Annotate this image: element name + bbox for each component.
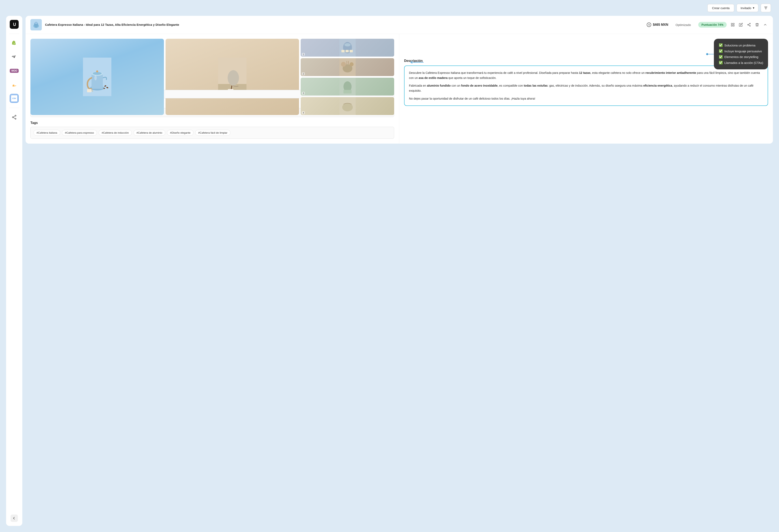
tag-item[interactable]: #Cafetera para espresso [62, 130, 97, 136]
product-image-4[interactable]: 2 [301, 58, 394, 76]
product-header: Cafetera Expresso Italiana - Ideal para … [25, 16, 773, 34]
tooltip-item-2: ✅ Incluye lenguaje persuasivo [719, 48, 763, 54]
crear-cuenta-button[interactable]: Crear cuenta [707, 4, 734, 12]
tag-item[interactable]: #Cafetera italiana [34, 130, 60, 136]
product-image-5[interactable]: 3 [301, 78, 394, 96]
svg-point-30 [96, 70, 98, 72]
check-icon-2: ✅ [719, 48, 723, 54]
sidebar-item-amazon[interactable]: a [10, 80, 19, 89]
product-thumbnail [31, 19, 42, 31]
sidebar-collapse-button[interactable] [10, 515, 18, 522]
left-panel: 1 [25, 34, 399, 143]
invitado-button[interactable]: Invitado ▾ [737, 4, 758, 12]
svg-line-10 [13, 116, 15, 117]
invitado-label: Invitado [740, 6, 751, 10]
edit-button[interactable] [738, 22, 744, 27]
chevron-down-icon: ▾ [753, 6, 755, 10]
svg-point-49 [350, 62, 354, 66]
tooltip-item-3: ✅ Elementos de storytelling [719, 54, 763, 60]
product-title-area: Cafetera Expresso Italiana - Ideal para … [45, 23, 644, 26]
product-title: Cafetera Expresso Italiana - Ideal para … [45, 23, 179, 26]
sidebar-divider [9, 34, 19, 34]
tag-item[interactable]: #Diseño elegante [167, 130, 193, 136]
filter-icon [764, 6, 768, 10]
csv-icon: CSV [10, 95, 18, 102]
tags-container: #Cafetera italiana #Cafetera para espres… [31, 127, 394, 139]
svg-text:ᑌ: ᑌ [13, 22, 16, 27]
desc-label: Descripción [404, 59, 768, 63]
product-image-3[interactable]: 1 [301, 39, 394, 57]
product-price: $465 MXN [653, 23, 668, 26]
svg-point-5 [14, 57, 14, 58]
image-number-2: 2 [302, 72, 305, 75]
check-icon-3: ✅ [719, 54, 723, 60]
arrow-connector [409, 58, 426, 66]
desc-paragraph-3: No dejes pasar la oportunidad de disfrut… [409, 96, 763, 101]
images-grid-right: 1 [301, 39, 394, 115]
product-image-main[interactable] [31, 39, 164, 115]
desc-paragraph-1: Descubre la Cafetera Expresso Italiana q… [409, 70, 763, 80]
product-status: Optimizado [675, 23, 691, 26]
svg-rect-43 [342, 50, 345, 52]
desc-paragraph-2: Fabricada en aluminio fundido con un fon… [409, 83, 763, 93]
sidebar: ᑌ WOO a [6, 16, 22, 526]
tooltip-text-3: Elementos de storytelling [724, 54, 759, 60]
svg-line-24 [748, 25, 750, 26]
ai-tooltip-bubble: ✅ Soluciona un problema ✅ Incluye lengua… [714, 39, 768, 69]
image-number-1: 1 [302, 53, 305, 56]
tags-label: Tags [31, 121, 394, 125]
delete-button[interactable] [754, 22, 760, 27]
view-button[interactable] [730, 22, 735, 27]
svg-point-48 [341, 62, 346, 67]
product-image-6[interactable]: 4 [301, 97, 394, 115]
check-icon-1: ✅ [719, 42, 723, 48]
score-badge: Puntuación 74% [698, 22, 727, 27]
svg-rect-17 [733, 23, 734, 24]
sidebar-divider-2 [9, 108, 19, 108]
svg-point-54 [342, 103, 353, 111]
svg-rect-52 [344, 90, 352, 94]
sidebar-bottom [10, 515, 18, 522]
tag-item[interactable]: #Cafetera de inducción [99, 130, 132, 136]
sidebar-item-share[interactable] [10, 113, 19, 122]
product-price-area: $ $465 MXN [647, 22, 668, 27]
svg-rect-18 [731, 25, 732, 26]
tag-item[interactable]: #Cafetera de aluminio [133, 130, 165, 136]
collapse-header-button[interactable] [762, 22, 768, 27]
svg-point-31 [94, 75, 97, 80]
image-number-4: 4 [302, 111, 305, 114]
product-image-2[interactable] [166, 39, 299, 115]
svg-point-29 [93, 72, 102, 75]
price-currency-icon: $ [647, 22, 651, 27]
svg-rect-44 [346, 50, 349, 52]
check-icon-4: ✅ [719, 60, 723, 66]
sidebar-item-shopify[interactable] [10, 39, 19, 48]
main-layout: ᑌ WOO a [0, 16, 779, 532]
svg-point-15 [35, 22, 38, 24]
sidebar-item-handshake[interactable] [10, 53, 19, 61]
tooltip-text-1: Soluciona un problema [724, 43, 756, 48]
svg-line-11 [13, 117, 15, 118]
svg-point-42 [345, 43, 351, 47]
svg-rect-19 [733, 25, 734, 26]
svg-rect-27 [92, 74, 103, 89]
app-logo[interactable]: ᑌ [10, 20, 19, 29]
product-body: 1 [25, 34, 773, 143]
sidebar-item-csv[interactable]: CSV [10, 94, 19, 103]
filter-button[interactable] [761, 4, 771, 12]
tooltip-text-4: Llamados a la acción (CTAs) [724, 60, 763, 65]
header-actions [730, 22, 768, 27]
svg-line-23 [748, 24, 750, 24]
right-panel: ✅ Soluciona un problema ✅ Incluye lengua… [399, 34, 773, 143]
product-card: Cafetera Expresso Italiana - Ideal para … [25, 16, 773, 143]
tag-item[interactable]: #Cafetera fácil de limpiar [195, 130, 231, 136]
share-header-button[interactable] [746, 22, 752, 27]
svg-point-38 [228, 70, 239, 85]
svg-rect-32 [87, 89, 92, 92]
tooltip-text-2: Incluye lenguaje persuasivo [724, 49, 762, 54]
description-box[interactable]: Descubre la Cafetera Expresso Italiana q… [404, 65, 768, 106]
svg-rect-45 [350, 50, 353, 52]
tooltip-item-4: ✅ Llamados a la acción (CTAs) [719, 60, 763, 66]
sidebar-item-woo[interactable]: WOO [10, 66, 19, 75]
svg-rect-16 [731, 23, 732, 24]
